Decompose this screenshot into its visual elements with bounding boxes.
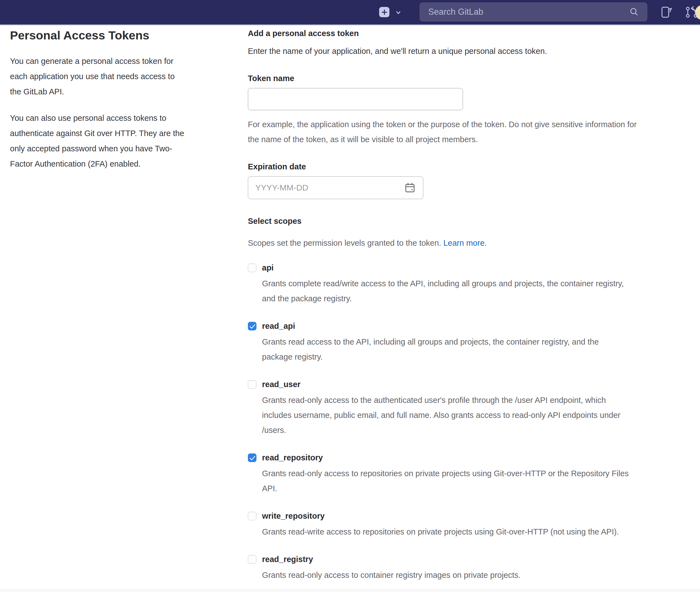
scope-item: read_registry Grants read-only access to…	[248, 554, 694, 583]
top-navbar	[0, 0, 700, 25]
scope-label-read_user[interactable]: read_user	[262, 379, 301, 390]
expiration-date-field	[248, 176, 423, 199]
scope-item: api Grants complete read/write access to…	[248, 262, 694, 306]
scope-item: write_repository Grants read-write acces…	[248, 510, 694, 539]
scope-checkbox-read_repository[interactable]	[248, 453, 257, 462]
scope-checkbox-read_api[interactable]	[248, 322, 257, 331]
scope-checkbox-write_repository[interactable]	[248, 512, 257, 521]
scope-label-read_repository[interactable]: read_repository	[262, 452, 323, 463]
scope-label-read_registry[interactable]: read_registry	[262, 554, 313, 565]
description-paragraph: You can also use personal access tokens …	[10, 110, 187, 171]
global-search[interactable]	[420, 2, 647, 21]
scope-label-write_repository[interactable]: write_repository	[262, 510, 325, 522]
learn-more-link[interactable]: Learn more.	[443, 239, 487, 247]
scopes-description-text: Scopes set the permission levels granted…	[248, 239, 441, 247]
scope-item: read_repository Grants read-only access …	[248, 452, 694, 496]
new-menu-button[interactable]	[379, 7, 389, 17]
scope-description: Grants read-only access to the authentic…	[262, 393, 631, 438]
token-name-help: For example, the application using the t…	[248, 117, 648, 147]
token-form: Add a personal access token Enter the na…	[238, 25, 700, 592]
expiration-date-input[interactable]	[248, 176, 423, 199]
description-paragraph: You can generate a personal access token…	[10, 54, 187, 99]
token-name-label: Token name	[248, 72, 694, 85]
scope-item: read_user Grants read-only access to the…	[248, 379, 694, 438]
scope-description: Grants read access to the API, including…	[262, 334, 631, 364]
issues-icon[interactable]	[660, 6, 673, 19]
scope-checkbox-read_registry[interactable]	[248, 555, 257, 564]
scope-item: read_api Grants read access to the API, …	[248, 320, 694, 364]
search-input[interactable]	[428, 7, 629, 17]
plus-icon	[381, 9, 387, 15]
search-icon[interactable]	[629, 7, 639, 17]
expiration-date-label: Expiration date	[248, 160, 694, 173]
scope-label-api[interactable]: api	[262, 262, 274, 273]
form-intro: Enter the name of your application, and …	[248, 44, 694, 59]
settings-description-column: Personal Access Tokens You can generate …	[0, 25, 238, 171]
scope-description: Grants read-only access to repositories …	[262, 466, 631, 496]
page-content: Personal Access Tokens You can generate …	[0, 25, 700, 592]
scopes-description: Scopes set the permission levels granted…	[248, 236, 694, 250]
scope-label-read_api[interactable]: read_api	[262, 320, 295, 332]
scope-description: Grants read-write access to repositories…	[262, 524, 631, 539]
page-title: Personal Access Tokens	[10, 28, 230, 43]
bottom-edge	[0, 589, 700, 592]
chevron-down-icon[interactable]	[395, 9, 401, 15]
scope-description: Grants read-only access to container reg…	[262, 568, 631, 583]
merge-request-icon[interactable]	[685, 6, 698, 19]
scope-checkbox-read_user[interactable]	[248, 380, 257, 389]
scope-description: Grants complete read/write access to the…	[262, 276, 631, 306]
select-scopes-heading: Select scopes	[248, 215, 694, 228]
scopes-list: api Grants complete read/write access to…	[248, 262, 694, 583]
scope-checkbox-api[interactable]	[248, 263, 257, 272]
token-name-input[interactable]	[248, 88, 463, 110]
form-heading: Add a personal access token	[248, 27, 694, 40]
